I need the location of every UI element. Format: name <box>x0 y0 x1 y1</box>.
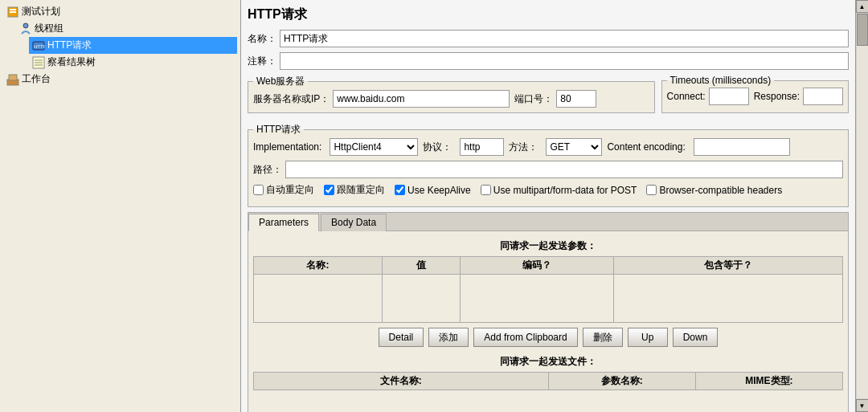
comment-row: 注释： <box>248 52 849 70</box>
tree-item-thread-group[interactable]: 线程组 <box>16 20 237 37</box>
comment-label: 注释： <box>248 55 276 68</box>
tree-label-http-request: HTTP请求 <box>47 39 92 52</box>
multipart-checkbox[interactable]: Use multipart/form-data for POST <box>481 185 637 196</box>
auto-redirect-input[interactable] <box>253 185 264 195</box>
timeouts-legend: Timeouts (milliseconds) <box>667 75 775 86</box>
tree-label-test-plan: 测试计划 <box>22 5 60 18</box>
tree-label-thread-group: 线程组 <box>35 22 63 35</box>
col-value: 值 <box>382 257 460 275</box>
svg-rect-11 <box>9 75 17 80</box>
button-row: Detail 添加 Add from Clipboard 删除 Up Down <box>253 328 843 347</box>
col-param-name: 参数名称: <box>548 373 695 390</box>
col-encode: 编码？ <box>461 257 614 275</box>
http-request-legend: HTTP请求 <box>253 123 304 137</box>
name-input[interactable] <box>280 30 849 47</box>
tab-content-parameters: 同请求一起发送参数： 名称: 值 编码？ 包含等于？ <box>248 231 848 412</box>
follow-redirect-label: 跟随重定向 <box>337 183 385 197</box>
page-title: HTTP请求 <box>248 6 849 23</box>
up-button[interactable]: Up <box>628 328 668 347</box>
browser-headers-label: Browser-compatible headers <box>659 185 782 196</box>
thread-icon <box>19 22 32 35</box>
checkbox-row: 自动重定向 跟随重定向 Use KeepAlive Use multipart/… <box>253 183 843 197</box>
port-input[interactable] <box>556 90 596 108</box>
files-table: 文件名称: 参数名称: MIME类型: <box>253 372 843 412</box>
svg-rect-2 <box>10 11 16 13</box>
scroll-thumb[interactable] <box>857 14 868 46</box>
timeouts-section: Timeouts (milliseconds) Connect: Respons… <box>661 75 849 113</box>
protocol-label: 协议： <box>423 141 452 154</box>
content-encoding-input[interactable] <box>694 138 790 156</box>
http-request-section: HTTP请求 Implementation: HttpClient4 HttpC… <box>248 123 849 207</box>
tree-item-view-results[interactable]: 察看结果树 <box>29 54 237 71</box>
svg-point-3 <box>23 23 28 28</box>
file-row-empty <box>254 390 843 413</box>
col-mime: MIME类型: <box>695 373 842 390</box>
comment-input[interactable] <box>280 52 849 70</box>
tree-item-test-plan[interactable]: 测试计划 <box>3 3 237 20</box>
tabs-container: Parameters Body Data 同请求一起发送参数： 名称: 值 编码… <box>248 212 849 412</box>
implementation-label: Implementation: <box>253 141 321 153</box>
scroll-track <box>857 14 868 398</box>
browser-headers-checkbox[interactable]: Browser-compatible headers <box>646 185 782 196</box>
right-panel: HTTP请求 名称： 注释： Web服务器 服务器名称或IP： 端口号： Tim… <box>241 0 855 412</box>
tree-item-workbench[interactable]: 工作台 <box>3 71 237 88</box>
web-server-section: Web服务器 服务器名称或IP： 端口号： <box>248 75 655 113</box>
web-server-legend: Web服务器 <box>253 75 308 88</box>
connect-input[interactable] <box>709 88 749 105</box>
tree-label-workbench: 工作台 <box>22 72 51 86</box>
name-row: 名称： <box>248 30 849 47</box>
scrollbar: ▲ ▼ <box>855 0 868 412</box>
browser-headers-input[interactable] <box>646 185 657 195</box>
http-icon: HTTP <box>32 39 45 52</box>
keep-alive-label: Use KeepAlive <box>407 185 471 196</box>
svg-rect-1 <box>10 9 16 10</box>
send-params-label: 同请求一起发送参数： <box>253 236 843 256</box>
multipart-input[interactable] <box>481 185 491 195</box>
content-encoding-label: Content encoding: <box>607 141 685 153</box>
col-name: 名称: <box>254 257 383 275</box>
follow-redirect-checkbox[interactable]: 跟随重定向 <box>324 183 385 197</box>
params-table: 名称: 值 编码？ 包含等于？ <box>253 256 843 323</box>
protocol-input[interactable] <box>460 138 504 156</box>
path-input[interactable] <box>285 161 843 178</box>
col-equals: 包含等于？ <box>614 257 843 275</box>
left-panel: 测试计划 线程组 HTTP HTTP请求 察看结果树 <box>0 0 241 412</box>
keep-alive-input[interactable] <box>395 185 405 195</box>
detail-button[interactable]: Detail <box>379 328 424 347</box>
add-from-clipboard-button[interactable]: Add from Clipboard <box>473 328 577 347</box>
workbench-icon <box>6 73 19 86</box>
send-files-label: 同请求一起发送文件： <box>253 352 843 372</box>
tabs-header: Parameters Body Data <box>248 213 848 231</box>
auto-redirect-checkbox[interactable]: 自动重定向 <box>253 183 314 197</box>
tree-label-view-results: 察看结果树 <box>47 55 96 69</box>
server-input[interactable] <box>333 90 510 108</box>
connect-label: Connect: <box>667 91 706 102</box>
multipart-label: Use multipart/form-data for POST <box>493 185 637 196</box>
col-filename: 文件名称: <box>254 373 549 390</box>
auto-redirect-label: 自动重定向 <box>266 183 314 197</box>
response-label: Response: <box>754 91 800 102</box>
port-label: 端口号： <box>514 92 553 106</box>
down-button[interactable]: Down <box>673 328 719 347</box>
tab-body-data[interactable]: Body Data <box>321 214 387 231</box>
path-label: 路径： <box>253 163 282 177</box>
delete-button[interactable]: 删除 <box>583 328 623 347</box>
follow-redirect-input[interactable] <box>324 185 334 195</box>
keep-alive-checkbox[interactable]: Use KeepAlive <box>395 185 471 196</box>
scroll-up-btn[interactable]: ▲ <box>856 0 869 13</box>
server-label: 服务器名称或IP： <box>253 92 330 106</box>
implementation-select[interactable]: HttpClient4 HttpClient3.1 Java <box>330 138 418 156</box>
svg-text:HTTP: HTTP <box>34 44 45 49</box>
plan-icon <box>6 6 19 18</box>
method-label: 方法： <box>509 141 538 154</box>
method-select[interactable]: GET POST PUT DELETE <box>546 138 602 156</box>
add-button[interactable]: 添加 <box>428 328 469 347</box>
response-input[interactable] <box>803 88 843 105</box>
name-label: 名称： <box>248 32 276 46</box>
results-icon <box>32 56 45 69</box>
tree-item-http-request[interactable]: HTTP HTTP请求 <box>29 37 237 54</box>
tab-parameters[interactable]: Parameters <box>248 214 319 231</box>
table-row-empty <box>254 275 843 323</box>
scroll-down-btn[interactable]: ▼ <box>856 399 869 412</box>
